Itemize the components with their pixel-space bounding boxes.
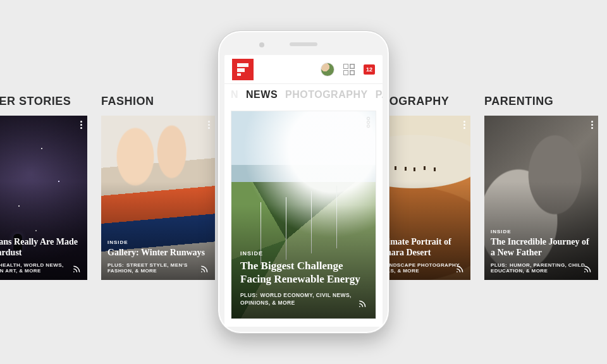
column-cover-stories: COVER STORIES INSIDE Humans Really Are M… — [0, 95, 87, 280]
feature-card[interactable]: INSIDE The Biggest Challenge Facing Rene… — [231, 111, 376, 319]
story-card[interactable]: INSIDE The Incredible Journey of a New F… — [484, 116, 598, 280]
tab-photography[interactable]: PHOTOGRAPHY — [285, 89, 368, 100]
card-headline: Humans Really Are Made of Stardust — [0, 237, 81, 258]
story-card[interactable]: INSIDE Gallery: Winter Runways PLUS:STRE… — [101, 116, 215, 280]
more-icon[interactable] — [591, 121, 593, 129]
svg-point-0 — [73, 271, 75, 272]
story-card[interactable]: INSIDE Humans Really Are Made of Stardus… — [0, 116, 87, 280]
avatar[interactable] — [321, 63, 334, 76]
card-headline: Gallery: Winter Runways — [107, 248, 209, 258]
rss-icon[interactable] — [72, 265, 81, 274]
inside-label: INSIDE — [0, 229, 81, 234]
column-title: FASHION — [101, 95, 215, 108]
feature-plus: PLUS:WORLD ECONOMY, CIVIL NEWS, OPINIONS… — [240, 291, 367, 308]
svg-point-4 — [359, 306, 360, 307]
column-title: PARENTING — [484, 95, 598, 108]
more-icon[interactable] — [80, 121, 82, 129]
notification-badge[interactable]: 12 — [364, 64, 375, 75]
more-icon[interactable] — [208, 121, 210, 129]
svg-point-1 — [201, 271, 202, 272]
rss-icon[interactable] — [455, 265, 464, 274]
rss-icon[interactable] — [583, 265, 592, 274]
more-icon[interactable] — [367, 118, 369, 127]
svg-point-3 — [584, 271, 586, 272]
flipboard-logo-icon[interactable] — [232, 59, 254, 80]
card-plus: PLUS:HEALTH, WORLD NEWS, MODERN ART, & M… — [0, 262, 81, 274]
column-parenting: PARENTING INSIDE The Incredible Journey … — [484, 95, 598, 280]
topbar: 12 — [224, 55, 383, 84]
inside-label: INSIDE — [240, 250, 367, 257]
tab-news[interactable]: NEWS — [246, 89, 278, 100]
column-fashion: FASHION INSIDE Gallery: Winter Runways P… — [101, 95, 215, 280]
category-tabs[interactable]: N NEWS PHOTOGRAPHY PAR — [224, 84, 383, 106]
grid-icon[interactable] — [343, 64, 355, 75]
svg-point-2 — [457, 271, 458, 272]
card-plus: PLUS:HUMOR, PARENTING, CHILD EDUCATION, … — [491, 262, 592, 274]
phone-frame: 12 N NEWS PHOTOGRAPHY PAR INSIDE The Big… — [218, 30, 389, 334]
inside-label: INSIDE — [107, 240, 209, 245]
more-icon[interactable] — [463, 121, 465, 129]
tab-ghost-right: PAR — [376, 89, 383, 100]
tab-ghost-left: N — [231, 89, 238, 100]
rss-icon[interactable] — [358, 300, 367, 308]
inside-label: INSIDE — [491, 229, 592, 234]
phone-screen: 12 N NEWS PHOTOGRAPHY PAR INSIDE The Big… — [224, 55, 383, 327]
card-headline: The Incredible Journey of a New Father — [491, 237, 592, 258]
rss-icon[interactable] — [200, 265, 209, 274]
column-title: COVER STORIES — [0, 95, 87, 108]
card-plus: PLUS:STREET STYLE, MEN'S FASHION, & MORE — [107, 262, 209, 274]
feature-headline: The Biggest Challenge Facing Renewable E… — [240, 259, 367, 286]
